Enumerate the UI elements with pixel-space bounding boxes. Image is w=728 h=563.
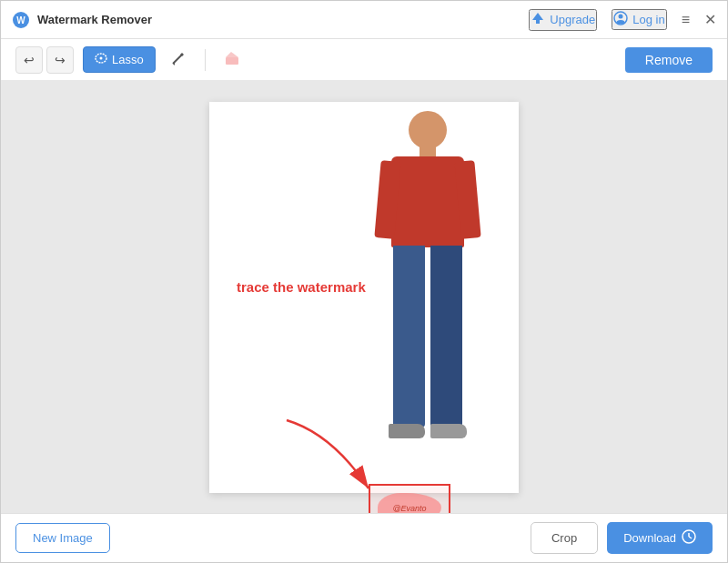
- lasso-button[interactable]: Lasso: [83, 46, 156, 73]
- login-label: Log in: [632, 13, 664, 26]
- user-icon: [613, 11, 628, 28]
- download-clock-icon: [682, 529, 696, 547]
- eraser-button[interactable]: [218, 46, 246, 74]
- new-image-button[interactable]: New Image: [15, 523, 110, 553]
- eraser-tool-icon: [224, 50, 240, 66]
- svg-marker-2: [532, 13, 543, 24]
- person-head: [409, 111, 447, 149]
- app-title: Watermark Remover: [37, 13, 152, 26]
- title-bar-left: W Watermark Remover: [12, 11, 152, 29]
- arrow-indicator: [259, 416, 405, 488]
- annotation-text: trace the watermark: [237, 279, 366, 295]
- person-right-shoe: [430, 424, 467, 438]
- undo-icon: ↩: [24, 53, 35, 67]
- watermark-label: @Evanto: [392, 504, 426, 513]
- crop-button[interactable]: Crop: [531, 522, 598, 554]
- upload-arrow-icon: [531, 11, 545, 25]
- upgrade-button[interactable]: Upgrade: [529, 9, 597, 31]
- person-torso: [391, 156, 464, 247]
- brush-button[interactable]: [165, 46, 192, 74]
- person-right-leg: [430, 246, 462, 427]
- person-left-leg: [393, 246, 425, 427]
- svg-point-4: [619, 15, 623, 19]
- clock-icon: [682, 529, 696, 544]
- menu-icon[interactable]: ≡: [682, 12, 690, 28]
- footer: New Image Crop Download: [1, 513, 727, 562]
- svg-point-6: [100, 57, 103, 60]
- download-label: Download: [623, 531, 676, 545]
- title-bar-right: Upgrade Log in ≡ ✕: [529, 9, 716, 31]
- undo-button[interactable]: ↩: [15, 46, 43, 74]
- svg-marker-10: [226, 52, 238, 57]
- remove-button[interactable]: Remove: [625, 47, 713, 73]
- history-tools: ↩ ↪: [15, 46, 74, 74]
- lasso-label: Lasso: [112, 53, 144, 66]
- pencil-icon: [170, 50, 187, 66]
- watermark-selection-box[interactable]: @Evanto: [369, 484, 450, 514]
- title-bar: W Watermark Remover Upgrade Log in ≡: [1, 1, 727, 39]
- canvas-container[interactable]: trace the watermark @Evanto: [209, 102, 519, 493]
- login-button[interactable]: Log in: [612, 9, 666, 30]
- eraser-icon: [224, 50, 240, 70]
- svg-line-14: [689, 537, 692, 538]
- lasso-tool-icon: [95, 52, 107, 65]
- upgrade-label: Upgrade: [550, 13, 595, 26]
- lasso-icon: [95, 52, 107, 67]
- main-canvas-area: trace the watermark @Evanto: [1, 81, 727, 513]
- download-button[interactable]: Download: [607, 522, 713, 554]
- user-circle-icon: [613, 11, 628, 25]
- app-logo-icon: W: [12, 11, 30, 29]
- upgrade-icon: [531, 11, 545, 29]
- redo-icon: ↪: [55, 53, 66, 67]
- toolbar-divider: [205, 49, 206, 71]
- redo-button[interactable]: ↪: [46, 46, 74, 74]
- svg-text:W: W: [16, 15, 25, 25]
- svg-rect-9: [226, 57, 238, 65]
- footer-right-actions: Crop Download: [531, 522, 713, 554]
- watermark-blob: @Evanto: [378, 493, 441, 514]
- toolbar: ↩ ↪ Lasso: [1, 39, 727, 81]
- brush-icon: [170, 50, 187, 70]
- close-icon[interactable]: ✕: [704, 11, 716, 28]
